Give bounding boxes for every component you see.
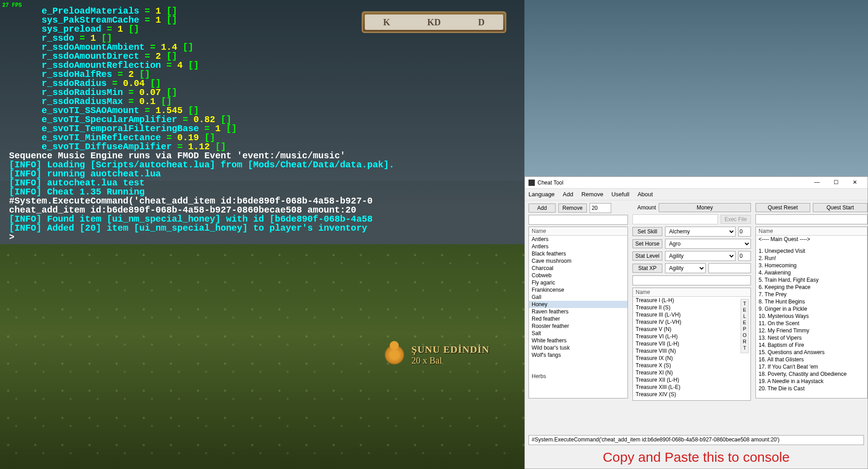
list-item[interactable]: 11. On the Scent xyxy=(756,320,867,327)
item-listbox[interactable]: NameAntlersAntlersBlack feathersCave mus… xyxy=(528,227,628,398)
list-item[interactable]: Gall xyxy=(529,294,627,301)
list-item[interactable]: Treasure XI (N) xyxy=(633,369,750,376)
teleport-button[interactable]: TELEPORT xyxy=(741,299,749,353)
list-item[interactable]: 3. Homecoming xyxy=(756,262,867,269)
list-item[interactable]: 16. All that Glisters xyxy=(756,356,867,363)
list-item[interactable]: Salt xyxy=(529,330,627,337)
list-item[interactable]: 17. If You Can't Beat 'em xyxy=(756,363,867,370)
loot-title: ŞUNU EDİNDİN xyxy=(411,344,490,355)
console-line: e_svoTI_SpecularAmplifier = 0.82 [] xyxy=(9,115,524,124)
game-console[interactable]: e_PreloadMaterials = 1 [] sys_PakStreamC… xyxy=(9,7,524,242)
skill-level-input[interactable] xyxy=(738,227,751,237)
add-button[interactable]: Add xyxy=(528,204,556,213)
list-item[interactable]: Treasure IV (L-VH) xyxy=(633,318,750,326)
set-horse-button[interactable]: Set Horse xyxy=(632,239,662,248)
menu-about[interactable]: About xyxy=(637,191,653,198)
list-item[interactable]: Fly agaric xyxy=(529,279,627,286)
stat-xp-button[interactable]: Stat XP xyxy=(632,264,662,273)
file-input[interactable] xyxy=(632,214,718,224)
remove-button[interactable]: Remove xyxy=(558,204,587,213)
close-button[interactable]: ✕ xyxy=(846,178,864,187)
list-item[interactable]: Treasure IX (N) xyxy=(633,355,750,362)
menu-language[interactable]: Language xyxy=(528,191,555,198)
list-item[interactable]: Treasure III (L-VH) xyxy=(633,311,750,318)
list-item[interactable]: 13. Nest of Vipers xyxy=(756,334,867,341)
list-item[interactable]: Cave mushroom xyxy=(529,257,627,265)
stat-level-input[interactable] xyxy=(738,251,751,261)
menu-usefull[interactable]: Usefull xyxy=(611,191,629,198)
quest-start-button[interactable]: Quest Start xyxy=(813,203,868,212)
list-item[interactable]: Wolf's fangs xyxy=(529,351,627,359)
exec-file-button[interactable]: Exec File xyxy=(721,215,751,224)
list-item[interactable]: 2. Run! xyxy=(756,255,867,262)
list-item[interactable]: Treasure XIV (S) xyxy=(633,391,750,398)
stat-level-select[interactable]: Agility xyxy=(665,251,736,261)
list-item[interactable]: Treasure X (S) xyxy=(633,362,750,369)
list-item[interactable]: 8. The Hunt Begins xyxy=(756,298,867,305)
list-item[interactable]: Honey xyxy=(529,301,627,308)
set-skill-button[interactable]: Set Skill xyxy=(632,227,662,236)
list-item[interactable]: White feathers xyxy=(529,337,627,344)
list-item[interactable]: Cobweb xyxy=(529,272,627,279)
command-output[interactable]: #System.ExecuteCommand('cheat_add_item i… xyxy=(528,435,864,445)
hud-kills: K xyxy=(363,17,410,28)
list-item[interactable]: Treasure VII (L-H) xyxy=(633,340,750,347)
list-item[interactable]: 14. Baptism of Fire xyxy=(756,341,867,349)
list-item[interactable]: Treasure XIII (L-E) xyxy=(633,384,750,391)
stat-xp-select[interactable]: Agility xyxy=(665,263,706,273)
list-item[interactable]: 20. The Die is Cast xyxy=(756,385,867,392)
console-line: > xyxy=(9,233,524,242)
list-item[interactable]: 5. Train Hard, Fight Easy xyxy=(756,276,867,284)
menu-remove[interactable]: Remove xyxy=(581,191,603,198)
amount-input[interactable] xyxy=(590,203,611,213)
list-item[interactable]: Treasure II (S) xyxy=(633,304,750,311)
stat-level-button[interactable]: Stat Level xyxy=(632,251,662,261)
quest-reset-button[interactable]: Quest Reset xyxy=(755,203,810,212)
window-title: Cheat Tool xyxy=(538,180,808,186)
console-line: [INFO] autocheat.lua test xyxy=(9,179,524,188)
list-item[interactable]: Charcoal xyxy=(529,265,627,272)
list-item[interactable]: 10. Mysterious Ways xyxy=(756,313,867,320)
console-line: r_ssdoRadiusMax = 0.1 [] xyxy=(9,97,524,106)
list-item[interactable]: Treasure I (L-H) xyxy=(633,297,750,304)
list-item[interactable]: 9. Ginger in a Pickle xyxy=(756,305,867,313)
list-item[interactable]: Treasure VI (L-H) xyxy=(633,333,750,340)
list-item[interactable]: 19. A Needle in a Haystack xyxy=(756,378,867,385)
list-item[interactable]: Red feather xyxy=(529,315,627,322)
stat-xp-input[interactable] xyxy=(708,263,751,273)
item-search-input[interactable] xyxy=(528,215,628,225)
quest-search-input[interactable] xyxy=(755,214,868,224)
quest-listbox[interactable]: Name<---- Main Quest ---->1. Unexpected … xyxy=(755,227,868,398)
list-item[interactable]: Treasure XII (L-H) xyxy=(633,376,750,384)
window-title-bar[interactable]: Cheat Tool — ☐ ✕ xyxy=(525,177,868,189)
list-item[interactable]: 1. Unexpected Visit xyxy=(756,247,867,255)
minimize-button[interactable]: — xyxy=(808,178,826,187)
list-item[interactable]: Raven feathers xyxy=(529,308,627,315)
list-item[interactable]: Antlers xyxy=(529,243,627,250)
console-line: [INFO] Added [20] item [ui_nm_special_ho… xyxy=(9,224,524,233)
skill-select[interactable]: Alchemy xyxy=(665,227,736,237)
list-item[interactable]: 12. My Friend Timmy xyxy=(756,327,867,334)
list-item[interactable]: 18. Poverty, Chastity and Obedience xyxy=(756,370,867,378)
list-item[interactable]: 7. The Prey xyxy=(756,291,867,298)
list-item[interactable]: Treasure V (N) xyxy=(633,326,750,333)
list-item[interactable]: Rooster feather xyxy=(529,322,627,330)
menu-add[interactable]: Add xyxy=(563,191,573,198)
treasure-search-input[interactable] xyxy=(632,275,751,285)
list-item[interactable]: Frankincense xyxy=(529,286,627,294)
list-item[interactable]: Antlers xyxy=(529,236,627,243)
treasure-list-header: Name xyxy=(633,288,750,297)
list-item[interactable]: Wild boar's tusk xyxy=(529,344,627,351)
horse-select[interactable]: Agro xyxy=(665,239,751,249)
list-item[interactable]: Black feathers xyxy=(529,250,627,257)
list-item[interactable]: 15. Questions and Answers xyxy=(756,349,867,356)
list-item[interactable]: 6. Keeping the Peace xyxy=(756,284,867,291)
treasure-listbox[interactable]: NameTreasure I (L-H)Treasure II (S)Treas… xyxy=(632,288,751,401)
list-item[interactable]: 4. Awakening xyxy=(756,269,867,276)
money-button[interactable]: Money xyxy=(659,203,751,212)
list-item[interactable]: Treasure VIII (N) xyxy=(633,347,750,355)
cheat-tool-window[interactable]: Cheat Tool — ☐ ✕ LanguageAddRemoveUseful… xyxy=(524,176,868,469)
loot-subtitle: 20 x Bal xyxy=(411,355,490,366)
console-line: r_ssdo = 1 [] xyxy=(9,34,524,43)
maximize-button[interactable]: ☐ xyxy=(827,178,845,187)
